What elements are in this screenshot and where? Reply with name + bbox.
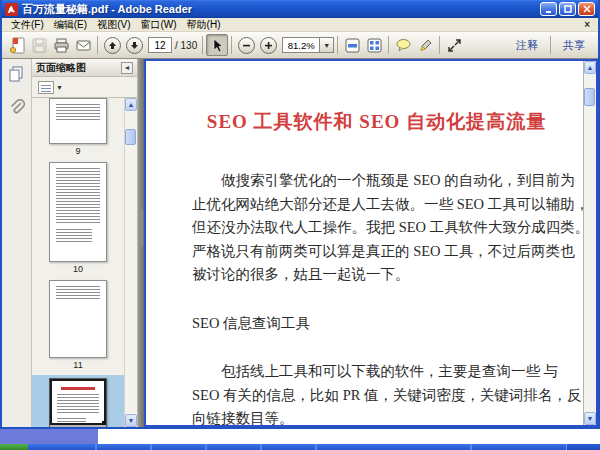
zoom-out-icon: [238, 37, 255, 54]
zoom-in-icon: [260, 37, 277, 54]
close-button[interactable]: [578, 2, 595, 16]
menu-edit[interactable]: 编辑(E): [49, 18, 92, 32]
chevron-down-icon[interactable]: ▼: [56, 84, 63, 91]
toolbar-separator: [337, 36, 338, 54]
maximize-button[interactable]: [559, 2, 576, 16]
thumbnail-outside-viewport: [50, 425, 106, 427]
taskbar-divider: [205, 444, 207, 450]
highlight-text-icon: [417, 37, 434, 54]
pdf-text-line: SEO 有关的信息，比如 PR 值，关键词密度，关键词排名，反: [192, 384, 561, 408]
adobe-pdf-icon: [5, 3, 18, 16]
scroll-down-icon[interactable]: ▼: [125, 414, 137, 427]
taskbar[interactable]: [0, 444, 600, 450]
thumbnail-text-lines: [57, 394, 99, 415]
menu-view[interactable]: 视图(V): [92, 18, 135, 32]
document-pane: SEO 工具软件和 SEO 自动化提高流量 做搜索引擎优化的一个瓶颈是 SEO …: [144, 59, 598, 427]
pdf-text-line: 严格说只有前两类可以算是真正的 SEO 工具，不过后两类也: [192, 240, 561, 264]
thumbnails-list: 9 10 11: [32, 98, 124, 427]
sticky-note-button[interactable]: [392, 34, 414, 56]
menu-help[interactable]: 帮助(H): [182, 18, 226, 32]
thumbnail-label-10: 10: [32, 262, 124, 277]
menu-window[interactable]: 窗口(W): [135, 18, 181, 32]
email-button[interactable]: [72, 34, 94, 56]
scroll-down-icon[interactable]: ▼: [584, 412, 596, 425]
minimize-button[interactable]: [540, 2, 557, 16]
thumbnail-page-11[interactable]: [49, 280, 107, 358]
select-tool-button[interactable]: [206, 34, 228, 56]
zoom-level-value[interactable]: 81.2%: [282, 37, 320, 53]
system-tray-fragment: [566, 444, 600, 450]
document-scroll-thumb[interactable]: [584, 88, 595, 106]
menu-bar: 文件(F) 编辑(E) 视图(V) 窗口(W) 帮助(H) ×: [2, 18, 598, 32]
toolbar-separator: [202, 36, 203, 54]
selected-thumbnail-block: 12: [32, 375, 124, 427]
pdf-section-heading: SEO 信息查询工具: [192, 312, 561, 336]
pdf-page-content: SEO 工具软件和 SEO 自动化提高流量 做搜索引擎优化的一个瓶颈是 SEO …: [192, 61, 561, 425]
thumbnail-label-9: 9: [32, 144, 124, 159]
taskbar-divider: [95, 444, 97, 450]
fit-width-icon: [344, 37, 361, 54]
fit-page-icon: [366, 37, 383, 54]
taskbar-divider: [315, 444, 317, 450]
page-number-input[interactable]: [148, 37, 172, 53]
page-thumbnails-tab[interactable]: [7, 63, 27, 83]
menu-file[interactable]: 文件(F): [6, 18, 49, 32]
document-scroll-track[interactable]: [584, 74, 596, 412]
page-thumbnails-icon: [8, 65, 25, 82]
fullscreen-button[interactable]: [443, 34, 465, 56]
email-icon: [75, 37, 92, 54]
toolbar: / 130 81.2% ▼: [2, 32, 598, 59]
fit-width-button[interactable]: [341, 34, 363, 56]
thumbnail-label-11: 11: [32, 358, 124, 373]
pdf-text-line: 但还没办法取代人工操作。我把 SEO 工具软件大致分成四类。: [192, 216, 561, 240]
comments-link[interactable]: 注释: [507, 38, 547, 53]
print-button[interactable]: [50, 34, 72, 56]
sidebar-scrollbar[interactable]: ▲ ▼: [124, 98, 137, 427]
toolbar-separator: [231, 36, 232, 54]
next-page-button[interactable]: [123, 34, 145, 56]
thumbnail-page-12-selected[interactable]: [49, 378, 107, 427]
attachments-tab[interactable]: [7, 97, 27, 117]
thumbnail-text-lines: [56, 104, 100, 122]
splitter-handle[interactable]: [139, 209, 143, 247]
sidebar-scroll-thumb[interactable]: [125, 129, 136, 145]
sidebar-splitter[interactable]: [138, 59, 144, 427]
pdf-page: SEO 工具软件和 SEO 自动化提高流量 做搜索引擎优化的一个瓶颈是 SEO …: [146, 61, 583, 425]
zoom-in-button[interactable]: [257, 34, 279, 56]
previous-page-button[interactable]: [101, 34, 123, 56]
thumbnail-red-title-line: [61, 387, 95, 390]
title-bar[interactable]: 百万流量秘籍.pdf - Adobe Reader: [2, 0, 598, 18]
page-count-label: / 130: [175, 40, 197, 51]
collapse-panel-button[interactable]: ◄: [121, 62, 133, 74]
pdf-text-line: 做搜索引擎优化的一个瓶颈是 SEO 的自动化，到目前为: [192, 169, 561, 193]
thumbnail-options-icon[interactable]: [38, 81, 54, 94]
close-document-icon[interactable]: ×: [580, 19, 594, 30]
next-page-icon: [126, 37, 143, 54]
save-button[interactable]: [28, 34, 50, 56]
thumbnail-page-9[interactable]: [49, 98, 107, 144]
thumbnail-page-10[interactable]: [49, 162, 107, 262]
thumbnail-text-lines: [56, 168, 100, 224]
window-title: 百万流量秘籍.pdf - Adobe Reader: [22, 2, 540, 17]
scroll-up-icon[interactable]: ▲: [584, 61, 596, 74]
pdf-text-line: 被讨论的很多，姑且一起说一下。: [192, 263, 561, 287]
toolbar-separator: [439, 36, 440, 54]
background-window-fragment: [0, 429, 98, 444]
pdf-title: SEO 工具软件和 SEO 自动化提高流量: [192, 109, 561, 135]
open-document-button[interactable]: [6, 34, 28, 56]
pdf-text-line: 止优化网站绝大部分还是人工去做。一些 SEO 工具可以辅助，: [192, 193, 561, 217]
screen: 百万流量秘籍.pdf - Adobe Reader 文件(F) 编辑(E) 视图…: [0, 0, 600, 450]
zoom-dropdown-button[interactable]: ▼: [320, 37, 334, 53]
scroll-up-icon[interactable]: ▲: [125, 98, 137, 111]
previous-page-icon: [104, 37, 121, 54]
visible-area-viewport[interactable]: [50, 379, 106, 425]
thumbnail-text-lines: [57, 418, 86, 423]
sidebar-scroll-track[interactable]: [125, 111, 137, 414]
document-scrollbar[interactable]: ▲ ▼: [583, 61, 596, 425]
share-link[interactable]: 共享: [554, 38, 594, 53]
zoom-out-button[interactable]: [235, 34, 257, 56]
fit-page-button[interactable]: [363, 34, 385, 56]
highlight-text-button[interactable]: [414, 34, 436, 56]
pdf-text-line: 包括线上工具和可以下载的软件，主要是查询一些 与: [192, 360, 561, 384]
start-button-fragment[interactable]: [0, 444, 28, 450]
